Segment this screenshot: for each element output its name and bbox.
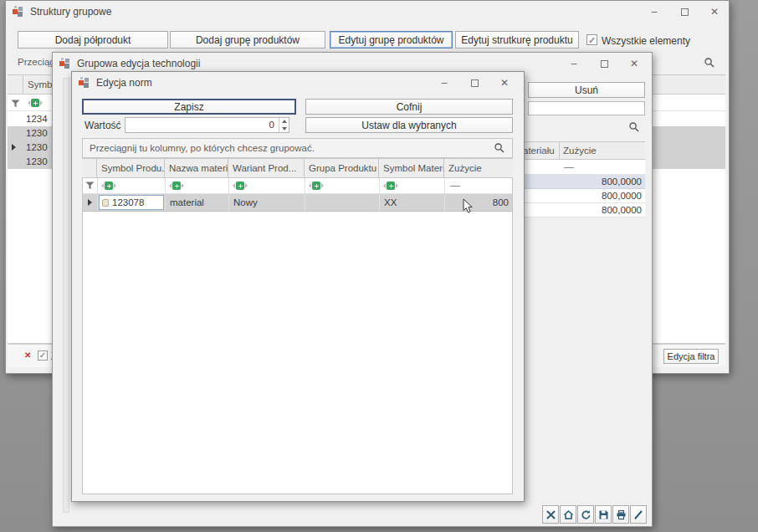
main-titlebar[interactable]: Struktury grupowe: [6, 1, 729, 23]
spinner-arrows[interactable]: [279, 118, 289, 132]
maximize-icon[interactable]: [595, 56, 613, 71]
usage-grid-header[interactable]: ateriału Zużycie: [511, 141, 645, 160]
column-usage: Zużycie: [563, 146, 597, 156]
close-icon[interactable]: ✕: [495, 75, 514, 90]
pencil-icon: [633, 509, 644, 520]
value-label: Wartość: [85, 120, 121, 131]
set-for-selected-button[interactable]: Ustaw dla wybranych: [305, 117, 513, 133]
save-icon: [598, 509, 609, 520]
group-by-panel[interactable]: Przeciągnij tu kolumny, po których chces…: [82, 138, 513, 158]
column-header[interactable]: Grupa Produktu: [305, 159, 379, 177]
cell-symbol: 1234: [26, 114, 48, 124]
window-edycja-norm: Edycja norm – ✕ Zapisz Cofnij Wartość 0 …: [71, 71, 525, 502]
column-header[interactable]: Zużycie: [444, 159, 513, 177]
cell-symbol: 1230: [26, 128, 48, 138]
value-spinner[interactable]: 0: [125, 117, 289, 133]
search-icon[interactable]: [494, 142, 505, 154]
save-norms-button[interactable]: Zapisz: [82, 99, 296, 115]
hidden-panel-edge: [63, 78, 69, 513]
close-icon[interactable]: ✕: [705, 4, 724, 19]
app-icon: [59, 58, 71, 69]
search-icon[interactable]: [628, 121, 640, 133]
table-row[interactable]: 800,0000: [511, 203, 645, 217]
table-row[interactable]: 123078 material Nowy XX 800: [83, 194, 512, 212]
edit-product-structure-button[interactable]: Edytuj strutkurę produktu: [455, 31, 579, 49]
search-icon[interactable]: [704, 57, 715, 69]
table-row[interactable]: 800,0000: [511, 189, 645, 203]
print-icon: [616, 509, 627, 520]
main-window-title: Struktury grupowe: [30, 6, 111, 18]
filter-dash[interactable]: —: [445, 178, 512, 193]
column-header[interactable]: Symbol Produ...: [97, 159, 165, 177]
home-icon: [563, 509, 574, 520]
lock-icon: [102, 199, 109, 207]
maximize-icon[interactable]: [675, 4, 694, 19]
main-group-panel-text: Przeciąg: [18, 57, 55, 67]
row-expand-icon[interactable]: [12, 144, 16, 151]
filter-icon[interactable]: [169, 182, 184, 190]
filter-icon[interactable]: [309, 182, 324, 190]
table-row[interactable]: 800,0000: [511, 175, 645, 189]
save-button[interactable]: [595, 505, 612, 524]
norms-title: Edycja norm: [96, 77, 152, 89]
edit-button[interactable]: [630, 505, 647, 524]
filter-funnel-icon: [83, 178, 98, 193]
cell-material-symbol: XX: [380, 194, 445, 211]
column-header[interactable]: Nazwa materi...: [165, 159, 228, 177]
bottom-toolbar: [542, 505, 647, 524]
cell-usage: 800,0000: [602, 205, 642, 215]
minimize-icon[interactable]: –: [435, 75, 453, 90]
check-icon: ✓: [588, 36, 596, 44]
group-tech-title: Grupowa edycja technologii: [77, 58, 200, 69]
add-semi-product-button[interactable]: Dodaj półprodukt: [18, 31, 168, 49]
refresh-icon: [581, 509, 592, 520]
row-expand-icon[interactable]: [88, 199, 92, 206]
home-button[interactable]: [560, 505, 576, 524]
filter-dash: —: [564, 161, 574, 173]
filter-funnel-icon: [11, 99, 20, 110]
tools-button[interactable]: [542, 505, 559, 524]
desktop: Struktury grupowe – ✕ Dodaj półprodukt D…: [0, 0, 758, 532]
filter-icon[interactable]: [383, 182, 398, 190]
cell-symbol: 123078: [112, 197, 144, 207]
undo-button[interactable]: Cofnij: [305, 99, 513, 115]
app-icon: [79, 77, 90, 89]
norms-grid-header[interactable]: Symbol Produ... Nazwa materi... Wariant …: [82, 158, 513, 178]
close-icon[interactable]: ✕: [625, 56, 643, 71]
main-column-symbol: Symb: [28, 79, 52, 90]
cell-material-name: material: [166, 194, 229, 211]
app-icon: [13, 6, 24, 18]
maximize-icon[interactable]: [465, 75, 484, 90]
minimize-icon[interactable]: –: [645, 4, 663, 19]
delete-button[interactable]: Usuń: [528, 82, 645, 98]
all-elements-checkbox[interactable]: ✓: [586, 34, 597, 45]
usage-filter-row[interactable]: —: [511, 160, 645, 175]
spin-down-icon[interactable]: [279, 125, 289, 133]
column-header[interactable]: Wariant Prod...: [228, 159, 305, 177]
add-product-group-button[interactable]: Dodaj grupę produktów: [170, 31, 325, 49]
print-button[interactable]: [612, 505, 629, 524]
norms-filter-row[interactable]: —: [83, 178, 512, 194]
norms-grid-body: — 123078 material Nowy XX 800: [82, 178, 513, 494]
filter-enabled-checkbox[interactable]: ✓: [38, 350, 48, 361]
cell-editor[interactable]: 123078: [99, 195, 164, 210]
text-field[interactable]: [528, 101, 645, 115]
column-material: ateriału: [523, 146, 555, 156]
clear-filter-icon[interactable]: ✕: [24, 350, 31, 360]
cell-usage: 800: [445, 194, 512, 211]
filter-icon[interactable]: [233, 182, 248, 190]
cell-product-group: [305, 194, 380, 211]
all-elements-label: Wszystkie elementy: [602, 35, 690, 47]
refresh-button[interactable]: [577, 505, 594, 524]
cell-usage: 800,0000: [602, 176, 642, 187]
filter-icon[interactable]: [28, 99, 43, 107]
edit-filter-button[interactable]: Edycja filtra: [663, 349, 719, 364]
cell-symbol: 1230: [26, 156, 48, 166]
column-header[interactable]: Symbol Materi...: [379, 159, 444, 177]
filter-icon[interactable]: [101, 182, 116, 190]
cell-variant: Nowy: [229, 194, 305, 211]
minimize-icon[interactable]: –: [565, 56, 583, 71]
spin-up-icon[interactable]: [279, 118, 289, 125]
edit-product-group-button[interactable]: Edytuj grupę produktów: [330, 31, 453, 49]
cell-usage: 800,0000: [602, 191, 642, 201]
